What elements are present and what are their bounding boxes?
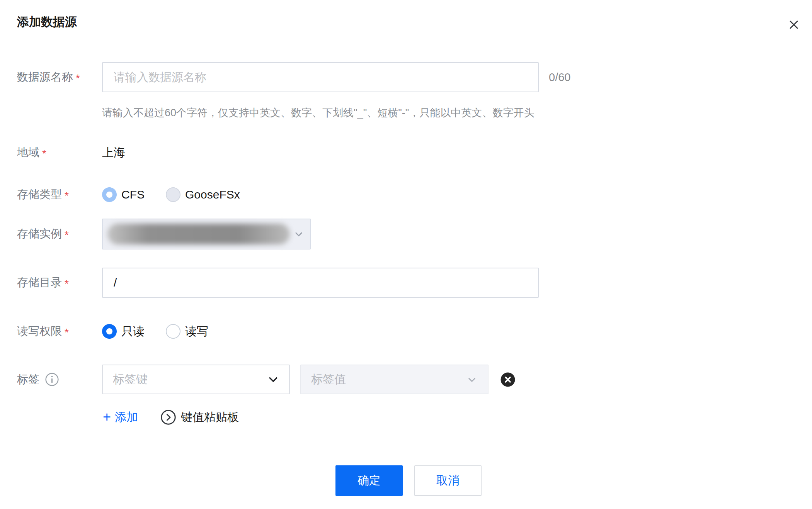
datasource-name-help: 请输入不超过60个字符，仅支持中英文、数字、下划线"_"、短横"-"，只能以中英… bbox=[102, 106, 534, 120]
storage-path-row: 存储目录 * bbox=[17, 268, 539, 298]
add-tag-button[interactable]: + 添加 bbox=[103, 409, 138, 425]
add-datasource-dialog: 添加数据源 数据源名称 * 0/60 请输入不超过60个字符，仅支持中英文、数字… bbox=[0, 0, 812, 509]
radio-option-label: 只读 bbox=[121, 324, 145, 339]
tag-key-placeholder: 标签键 bbox=[113, 372, 148, 387]
radio-unselected-icon bbox=[166, 324, 180, 339]
tag-value-select[interactable]: 标签值 bbox=[300, 365, 489, 394]
region-value: 上海 bbox=[102, 145, 125, 161]
remove-tag-button[interactable] bbox=[500, 372, 516, 387]
close-button[interactable] bbox=[786, 17, 802, 32]
datasource-name-label: 数据源名称 * bbox=[17, 70, 102, 85]
storage-instance-row: 存储实例 * bbox=[17, 219, 311, 249]
required-mark: * bbox=[65, 229, 69, 241]
required-mark: * bbox=[42, 148, 46, 160]
dialog-title: 添加数据源 bbox=[17, 14, 77, 30]
radio-option-label: GooseFSx bbox=[185, 188, 240, 201]
plus-icon: + bbox=[103, 410, 111, 424]
datasource-name-row: 数据源名称 * 0/60 bbox=[17, 62, 570, 92]
tag-value-placeholder: 标签值 bbox=[311, 372, 346, 387]
tags-actions-row: + 添加 键值粘贴板 bbox=[103, 408, 239, 426]
radio-option-label: 读写 bbox=[185, 324, 208, 339]
tag-key-select[interactable]: 标签键 bbox=[102, 365, 290, 394]
info-icon[interactable] bbox=[45, 372, 59, 387]
key-value-pasteboard-button[interactable]: 键值粘贴板 bbox=[160, 409, 239, 425]
cancel-button[interactable]: 取消 bbox=[414, 465, 482, 496]
key-value-pasteboard-label: 键值粘贴板 bbox=[181, 409, 239, 425]
rw-permission-row: 读写权限 * 只读 读写 bbox=[17, 323, 208, 340]
add-tag-label: 添加 bbox=[115, 409, 138, 425]
storage-path-label: 存储目录 * bbox=[17, 275, 102, 290]
radio-selected-icon bbox=[102, 187, 117, 202]
chevron-down-icon bbox=[466, 374, 478, 385]
rw-permission-label-text: 读写权限 bbox=[17, 324, 62, 339]
tags-label-text: 标签 bbox=[17, 372, 39, 387]
circle-chevron-right-icon bbox=[160, 409, 176, 425]
storage-instance-label-text: 存储实例 bbox=[17, 226, 62, 242]
radio-option-label: CFS bbox=[121, 188, 145, 201]
storage-type-label-text: 存储类型 bbox=[17, 187, 62, 202]
required-mark: * bbox=[65, 278, 69, 290]
storage-instance-label: 存储实例 * bbox=[17, 226, 102, 242]
rw-permission-label: 读写权限 * bbox=[17, 324, 102, 339]
radio-selected-icon bbox=[102, 324, 117, 339]
storage-type-row: 存储类型 * CFS GooseFSx bbox=[17, 186, 240, 203]
radio-option-goosefsx[interactable]: GooseFSx bbox=[166, 187, 240, 202]
chevron-down-icon bbox=[293, 228, 305, 240]
radio-unselected-icon bbox=[166, 187, 180, 202]
storage-path-input[interactable] bbox=[102, 268, 539, 298]
tags-label: 标签 bbox=[17, 372, 102, 387]
radio-option-cfs[interactable]: CFS bbox=[102, 187, 166, 202]
confirm-button[interactable]: 确定 bbox=[335, 465, 403, 496]
close-icon bbox=[788, 19, 800, 31]
storage-path-label-text: 存储目录 bbox=[17, 275, 62, 290]
region-row: 地域 * 上海 bbox=[17, 144, 125, 161]
circle-x-icon bbox=[500, 372, 516, 387]
datasource-name-label-text: 数据源名称 bbox=[17, 70, 73, 85]
required-mark: * bbox=[65, 326, 69, 339]
radio-option-readwrite[interactable]: 读写 bbox=[166, 324, 208, 339]
dialog-footer: 确定 取消 bbox=[335, 465, 482, 496]
tags-row: 标签 标签键 标签值 bbox=[17, 365, 516, 394]
required-mark: * bbox=[76, 72, 80, 85]
storage-instance-redacted-value bbox=[107, 224, 290, 244]
region-label-text: 地域 bbox=[17, 145, 39, 160]
datasource-name-input[interactable] bbox=[102, 62, 539, 92]
region-label: 地域 * bbox=[17, 145, 102, 160]
storage-instance-select[interactable] bbox=[102, 219, 311, 249]
radio-option-readonly[interactable]: 只读 bbox=[102, 324, 166, 339]
storage-type-label: 存储类型 * bbox=[17, 187, 102, 202]
chevron-down-icon bbox=[267, 374, 279, 385]
required-mark: * bbox=[65, 190, 69, 202]
char-counter: 0/60 bbox=[549, 71, 570, 84]
